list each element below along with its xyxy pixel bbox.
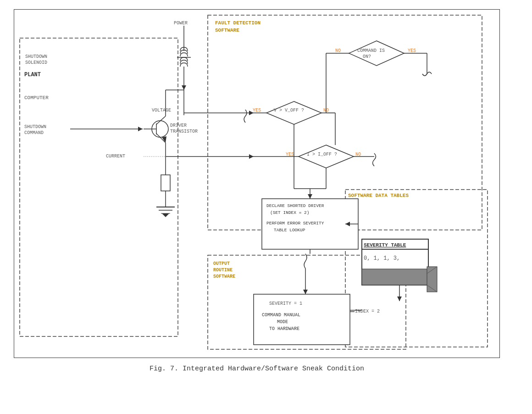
svg-rect-40 [161, 175, 170, 191]
svg-text:COMPUTER: COMPUTER [24, 95, 49, 101]
svg-marker-59 [266, 101, 321, 124]
svg-text:SOFTWARE DATA TABLES: SOFTWARE DATA TABLES [348, 193, 409, 198]
svg-marker-19 [182, 85, 186, 90]
svg-text:OUTPUT: OUTPUT [213, 261, 230, 266]
svg-text:MODE: MODE [277, 319, 288, 324]
svg-text:YES: YES [253, 108, 261, 113]
svg-text:ON?: ON? [363, 54, 371, 59]
figure-caption: Fig. 7. Integrated Hardware/Software Sne… [14, 365, 500, 373]
svg-text:YES: YES [408, 48, 416, 53]
svg-marker-45 [162, 213, 169, 217]
svg-text:SHUTDOWN: SHUTDOWN [25, 54, 47, 59]
svg-text:SEVERITY TABLE: SEVERITY TABLE [364, 242, 406, 248]
svg-rect-91 [427, 267, 437, 292]
svg-text:COMMAND: COMMAND [24, 130, 44, 135]
svg-marker-106 [303, 290, 308, 294]
svg-text:FAULT DETECTION: FAULT DETECTION [215, 20, 260, 26]
svg-text:V > V_OFF ?: V > V_OFF ? [274, 108, 304, 113]
svg-marker-95 [397, 297, 402, 301]
svg-text:POWER: POWER [174, 21, 188, 26]
svg-text:INDEX = 2: INDEX = 2 [355, 309, 380, 314]
svg-text:CURRENT: CURRENT [106, 154, 125, 159]
caption-text: Fig. 7. Integrated Hardware/Software Sne… [150, 365, 364, 373]
svg-text:DECLARE SHORTED DRIVER: DECLARE SHORTED DRIVER [266, 203, 324, 208]
svg-text:TABLE LOOKUP: TABLE LOOKUP [274, 228, 305, 233]
svg-text:SHUTDOWN: SHUTDOWN [24, 124, 46, 129]
svg-text:SOFTWARE: SOFTWARE [215, 28, 239, 33]
svg-line-26 [156, 116, 166, 124]
svg-text:COMMAND MANUAL: COMMAND MANUAL [262, 313, 300, 318]
svg-text:NO: NO [323, 108, 329, 113]
svg-text:PLANT: PLANT [24, 72, 41, 78]
svg-rect-1 [208, 15, 482, 230]
svg-text:NO: NO [335, 48, 341, 53]
diagram-svg: PLANT COMPUTER SHUTDOWN SOLENOID FAULT D… [14, 10, 500, 358]
svg-rect-0 [20, 38, 178, 336]
diagram-area: PLANT COMPUTER SHUTDOWN SOLENOID FAULT D… [14, 9, 500, 358]
svg-text:(SET INDEX = 2): (SET INDEX = 2) [270, 210, 310, 215]
svg-text:0, 1,  1, 3,: 0, 1, 1, 3, [364, 255, 400, 262]
svg-text:I > I_OFF ?: I > I_OFF ? [307, 152, 337, 157]
svg-text:ROUTINE: ROUTINE [213, 268, 233, 273]
svg-marker-38 [138, 127, 143, 131]
svg-marker-48 [249, 154, 254, 159]
svg-text:TRANSISTOR: TRANSISTOR [170, 129, 198, 134]
svg-text:SEVERITY = 1: SEVERITY = 1 [269, 301, 302, 306]
svg-text:TO HARDWARE: TO HARDWARE [269, 326, 299, 331]
svg-text:SOFTWARE: SOFTWARE [213, 274, 235, 279]
svg-marker-77 [308, 194, 312, 199]
svg-text:VOLTAGE: VOLTAGE [152, 108, 171, 113]
svg-marker-50 [349, 41, 404, 66]
svg-text:PERFORM  ERROR SEVERITY: PERFORM ERROR SEVERITY [266, 221, 324, 226]
svg-text:DRIVER: DRIVER [170, 123, 187, 128]
svg-rect-90 [362, 269, 428, 285]
svg-text:COMMAND IS: COMMAND IS [357, 48, 385, 53]
svg-text:SOLENOID: SOLENOID [25, 60, 47, 65]
